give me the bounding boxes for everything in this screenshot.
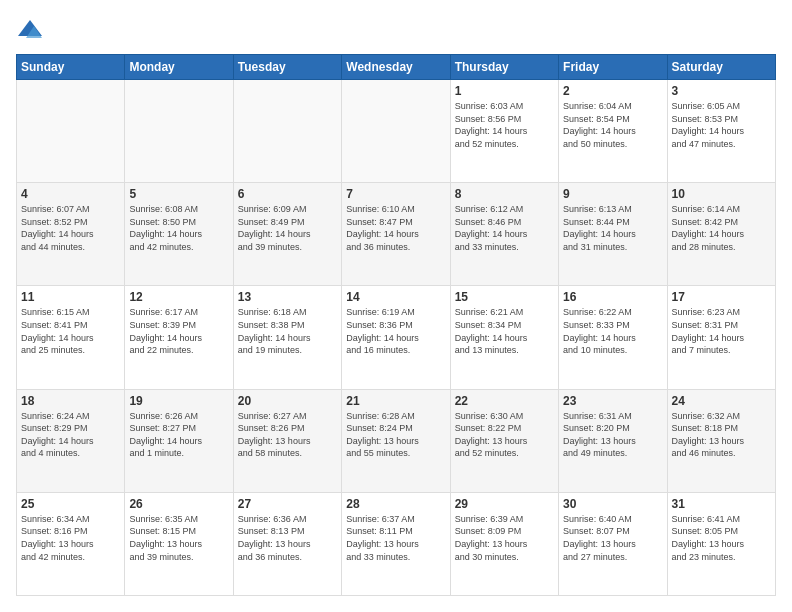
- calendar-cell: 24Sunrise: 6:32 AM Sunset: 8:18 PM Dayli…: [667, 389, 775, 492]
- day-info: Sunrise: 6:34 AM Sunset: 8:16 PM Dayligh…: [21, 513, 120, 563]
- day-number: 19: [129, 394, 228, 408]
- calendar-cell: 31Sunrise: 6:41 AM Sunset: 8:05 PM Dayli…: [667, 492, 775, 595]
- day-number: 9: [563, 187, 662, 201]
- calendar-cell: 7Sunrise: 6:10 AM Sunset: 8:47 PM Daylig…: [342, 183, 450, 286]
- day-number: 3: [672, 84, 771, 98]
- day-info: Sunrise: 6:24 AM Sunset: 8:29 PM Dayligh…: [21, 410, 120, 460]
- day-number: 24: [672, 394, 771, 408]
- day-info: Sunrise: 6:32 AM Sunset: 8:18 PM Dayligh…: [672, 410, 771, 460]
- calendar-cell: 16Sunrise: 6:22 AM Sunset: 8:33 PM Dayli…: [559, 286, 667, 389]
- day-info: Sunrise: 6:05 AM Sunset: 8:53 PM Dayligh…: [672, 100, 771, 150]
- day-number: 14: [346, 290, 445, 304]
- day-info: Sunrise: 6:10 AM Sunset: 8:47 PM Dayligh…: [346, 203, 445, 253]
- calendar-header-wednesday: Wednesday: [342, 55, 450, 80]
- day-info: Sunrise: 6:14 AM Sunset: 8:42 PM Dayligh…: [672, 203, 771, 253]
- calendar-header-saturday: Saturday: [667, 55, 775, 80]
- day-info: Sunrise: 6:07 AM Sunset: 8:52 PM Dayligh…: [21, 203, 120, 253]
- day-info: Sunrise: 6:19 AM Sunset: 8:36 PM Dayligh…: [346, 306, 445, 356]
- day-number: 11: [21, 290, 120, 304]
- day-info: Sunrise: 6:23 AM Sunset: 8:31 PM Dayligh…: [672, 306, 771, 356]
- day-number: 8: [455, 187, 554, 201]
- calendar-week-5: 25Sunrise: 6:34 AM Sunset: 8:16 PM Dayli…: [17, 492, 776, 595]
- day-number: 21: [346, 394, 445, 408]
- calendar-cell: [342, 80, 450, 183]
- logo-icon: [16, 16, 44, 44]
- calendar-cell: 20Sunrise: 6:27 AM Sunset: 8:26 PM Dayli…: [233, 389, 341, 492]
- day-info: Sunrise: 6:37 AM Sunset: 8:11 PM Dayligh…: [346, 513, 445, 563]
- page: SundayMondayTuesdayWednesdayThursdayFrid…: [0, 0, 792, 612]
- day-info: Sunrise: 6:17 AM Sunset: 8:39 PM Dayligh…: [129, 306, 228, 356]
- calendar-cell: 11Sunrise: 6:15 AM Sunset: 8:41 PM Dayli…: [17, 286, 125, 389]
- day-number: 12: [129, 290, 228, 304]
- calendar-cell: 17Sunrise: 6:23 AM Sunset: 8:31 PM Dayli…: [667, 286, 775, 389]
- day-info: Sunrise: 6:31 AM Sunset: 8:20 PM Dayligh…: [563, 410, 662, 460]
- day-info: Sunrise: 6:27 AM Sunset: 8:26 PM Dayligh…: [238, 410, 337, 460]
- day-number: 10: [672, 187, 771, 201]
- day-number: 30: [563, 497, 662, 511]
- day-info: Sunrise: 6:15 AM Sunset: 8:41 PM Dayligh…: [21, 306, 120, 356]
- day-number: 26: [129, 497, 228, 511]
- calendar-cell: 28Sunrise: 6:37 AM Sunset: 8:11 PM Dayli…: [342, 492, 450, 595]
- calendar-cell: [125, 80, 233, 183]
- calendar-header-tuesday: Tuesday: [233, 55, 341, 80]
- day-number: 15: [455, 290, 554, 304]
- day-info: Sunrise: 6:18 AM Sunset: 8:38 PM Dayligh…: [238, 306, 337, 356]
- calendar-header-row: SundayMondayTuesdayWednesdayThursdayFrid…: [17, 55, 776, 80]
- calendar-cell: 6Sunrise: 6:09 AM Sunset: 8:49 PM Daylig…: [233, 183, 341, 286]
- header: [16, 16, 776, 44]
- calendar-cell: 30Sunrise: 6:40 AM Sunset: 8:07 PM Dayli…: [559, 492, 667, 595]
- calendar-cell: 23Sunrise: 6:31 AM Sunset: 8:20 PM Dayli…: [559, 389, 667, 492]
- calendar-week-2: 4Sunrise: 6:07 AM Sunset: 8:52 PM Daylig…: [17, 183, 776, 286]
- logo: [16, 16, 48, 44]
- calendar-cell: 26Sunrise: 6:35 AM Sunset: 8:15 PM Dayli…: [125, 492, 233, 595]
- day-number: 2: [563, 84, 662, 98]
- calendar-cell: [17, 80, 125, 183]
- calendar-header-friday: Friday: [559, 55, 667, 80]
- day-info: Sunrise: 6:40 AM Sunset: 8:07 PM Dayligh…: [563, 513, 662, 563]
- calendar-week-1: 1Sunrise: 6:03 AM Sunset: 8:56 PM Daylig…: [17, 80, 776, 183]
- calendar-cell: 25Sunrise: 6:34 AM Sunset: 8:16 PM Dayli…: [17, 492, 125, 595]
- calendar-cell: 27Sunrise: 6:36 AM Sunset: 8:13 PM Dayli…: [233, 492, 341, 595]
- calendar-header-sunday: Sunday: [17, 55, 125, 80]
- day-number: 22: [455, 394, 554, 408]
- day-info: Sunrise: 6:21 AM Sunset: 8:34 PM Dayligh…: [455, 306, 554, 356]
- day-info: Sunrise: 6:41 AM Sunset: 8:05 PM Dayligh…: [672, 513, 771, 563]
- day-number: 5: [129, 187, 228, 201]
- day-number: 29: [455, 497, 554, 511]
- calendar-cell: 1Sunrise: 6:03 AM Sunset: 8:56 PM Daylig…: [450, 80, 558, 183]
- calendar-cell: 29Sunrise: 6:39 AM Sunset: 8:09 PM Dayli…: [450, 492, 558, 595]
- day-info: Sunrise: 6:36 AM Sunset: 8:13 PM Dayligh…: [238, 513, 337, 563]
- calendar-cell: 14Sunrise: 6:19 AM Sunset: 8:36 PM Dayli…: [342, 286, 450, 389]
- calendar-cell: 22Sunrise: 6:30 AM Sunset: 8:22 PM Dayli…: [450, 389, 558, 492]
- calendar-cell: 8Sunrise: 6:12 AM Sunset: 8:46 PM Daylig…: [450, 183, 558, 286]
- calendar-cell: 15Sunrise: 6:21 AM Sunset: 8:34 PM Dayli…: [450, 286, 558, 389]
- calendar-header-monday: Monday: [125, 55, 233, 80]
- day-info: Sunrise: 6:09 AM Sunset: 8:49 PM Dayligh…: [238, 203, 337, 253]
- day-info: Sunrise: 6:03 AM Sunset: 8:56 PM Dayligh…: [455, 100, 554, 150]
- calendar-cell: 9Sunrise: 6:13 AM Sunset: 8:44 PM Daylig…: [559, 183, 667, 286]
- calendar-cell: 2Sunrise: 6:04 AM Sunset: 8:54 PM Daylig…: [559, 80, 667, 183]
- day-info: Sunrise: 6:22 AM Sunset: 8:33 PM Dayligh…: [563, 306, 662, 356]
- day-number: 6: [238, 187, 337, 201]
- day-number: 17: [672, 290, 771, 304]
- day-number: 13: [238, 290, 337, 304]
- calendar-cell: 19Sunrise: 6:26 AM Sunset: 8:27 PM Dayli…: [125, 389, 233, 492]
- calendar-week-4: 18Sunrise: 6:24 AM Sunset: 8:29 PM Dayli…: [17, 389, 776, 492]
- calendar-table: SundayMondayTuesdayWednesdayThursdayFrid…: [16, 54, 776, 596]
- day-info: Sunrise: 6:39 AM Sunset: 8:09 PM Dayligh…: [455, 513, 554, 563]
- day-number: 4: [21, 187, 120, 201]
- calendar-week-3: 11Sunrise: 6:15 AM Sunset: 8:41 PM Dayli…: [17, 286, 776, 389]
- calendar-header-thursday: Thursday: [450, 55, 558, 80]
- day-info: Sunrise: 6:35 AM Sunset: 8:15 PM Dayligh…: [129, 513, 228, 563]
- calendar-cell: 18Sunrise: 6:24 AM Sunset: 8:29 PM Dayli…: [17, 389, 125, 492]
- day-number: 23: [563, 394, 662, 408]
- day-number: 28: [346, 497, 445, 511]
- day-number: 1: [455, 84, 554, 98]
- day-info: Sunrise: 6:04 AM Sunset: 8:54 PM Dayligh…: [563, 100, 662, 150]
- day-info: Sunrise: 6:08 AM Sunset: 8:50 PM Dayligh…: [129, 203, 228, 253]
- day-number: 31: [672, 497, 771, 511]
- day-number: 16: [563, 290, 662, 304]
- day-info: Sunrise: 6:12 AM Sunset: 8:46 PM Dayligh…: [455, 203, 554, 253]
- day-info: Sunrise: 6:26 AM Sunset: 8:27 PM Dayligh…: [129, 410, 228, 460]
- day-info: Sunrise: 6:30 AM Sunset: 8:22 PM Dayligh…: [455, 410, 554, 460]
